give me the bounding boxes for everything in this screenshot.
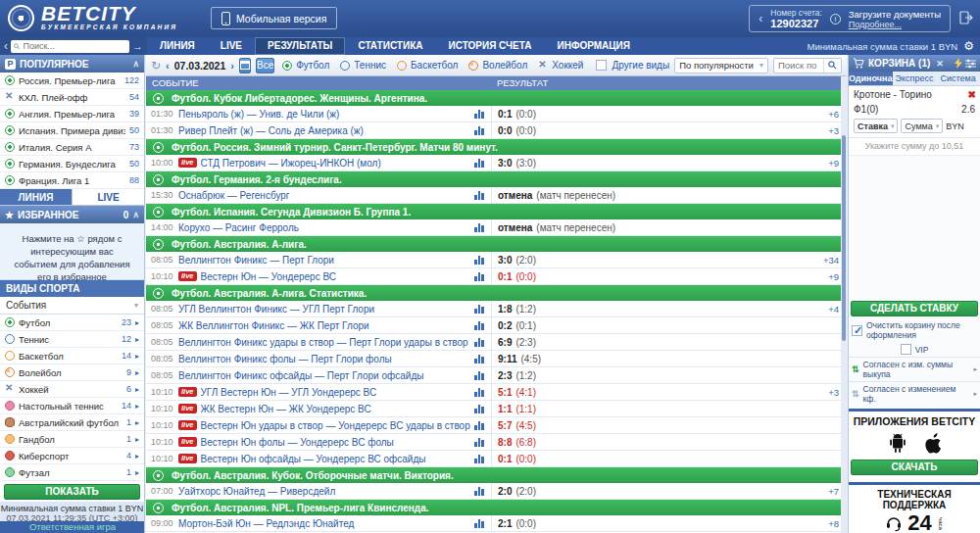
event-link[interactable]: УГЛ Вестерн Юн — УГЛ Уондерерс ВС <box>201 387 470 398</box>
tab-live[interactable]: LIVE <box>72 189 144 205</box>
nav-tab[interactable]: ИСТОРИЯ СЧЕТА <box>435 37 544 55</box>
nav-tab[interactable]: ЛИНИЯ <box>147 37 208 55</box>
android-icon[interactable] <box>888 432 907 454</box>
event-row[interactable]: 08:05 Веллингтон Финикс — Перт Глори 3:0… <box>146 252 847 268</box>
event-link[interactable]: Веллингтон Финикс удары в створ — Перт Г… <box>178 337 470 348</box>
sport-filter-button[interactable]: Волейбол <box>466 60 530 71</box>
mobile-version-button[interactable]: Мобильная версия <box>211 7 337 29</box>
chevron-left-icon[interactable]: ‹ <box>4 39 8 53</box>
stake-type-select[interactable]: Ставка▾ <box>854 119 898 133</box>
sidebar-sport-item[interactable]: Футзал 1 ▸ <box>0 464 144 481</box>
stats-icon[interactable] <box>474 404 487 413</box>
settings-gear-icon[interactable]: ⚙ <box>963 39 974 53</box>
event-row[interactable]: 07:00 Уайтхорс Юнайтед — Риверсдейл 2:0 … <box>146 483 847 500</box>
stats-icon[interactable] <box>474 387 487 397</box>
stats-icon[interactable] <box>474 158 487 168</box>
info-icon[interactable]: i <box>830 14 841 24</box>
nav-tab[interactable]: СТАТИСТИКА <box>345 37 435 55</box>
event-link[interactable]: УГЛ Веллингтон Финикс — УГЛ Перт Глори <box>178 304 470 315</box>
stats-icon[interactable] <box>474 337 487 347</box>
stats-icon[interactable] <box>474 437 487 447</box>
league-section-header[interactable]: Футбол. Австралия. Кубок. Отборочные мат… <box>146 467 847 483</box>
sum-select[interactable]: Сумма▾ <box>901 119 943 133</box>
collapse-account-icon[interactable]: ‹ <box>759 12 762 25</box>
sport-filter-button[interactable]: Теннис <box>337 60 389 71</box>
popular-league-item[interactable]: Франция. Лига 1 88 <box>0 172 144 189</box>
search-input[interactable] <box>23 41 126 51</box>
event-row[interactable]: 10:10 live Вестерн Юн фолы — Уондерерс В… <box>146 434 847 451</box>
place-bet-button[interactable]: СДЕЛАТЬ СТАВКУ <box>851 301 978 316</box>
event-link[interactable]: Вестерн Юн офсайды — Уондерерс ВС офсайд… <box>201 454 470 464</box>
event-link[interactable]: ЖК Вестерн Юн — ЖК Уондерерс ВС <box>201 404 470 414</box>
popular-league-item[interactable]: Россия. Премьер-лига 122 <box>0 73 144 89</box>
event-row[interactable]: 08:05 УГЛ Веллингтон Финикс — УГЛ Перт Г… <box>146 301 847 317</box>
basket-tab[interactable]: Одиночная <box>849 72 893 85</box>
more-markets-count[interactable]: +6 <box>828 109 839 120</box>
search-box[interactable] <box>11 40 129 53</box>
lightning-icon[interactable] <box>955 58 962 69</box>
event-row[interactable]: 01:30 Пеньяроль (ж) — Унив. де Чили (ж) … <box>146 106 847 122</box>
favorites-header[interactable]: ★ ИЗБРАННОЕ 0 ∧ <box>0 206 144 223</box>
event-row[interactable]: 08:05 Веллингтон Финикс офсайды — Перт Г… <box>146 367 847 384</box>
stats-icon[interactable] <box>474 420 487 430</box>
event-link[interactable]: СТД Петрович — Ижорец-ИНКОН (мол) <box>201 158 470 169</box>
stats-icon[interactable] <box>474 125 487 135</box>
search-go-icon[interactable]: → <box>132 40 143 52</box>
nav-tab[interactable]: ИНФОРМАЦИЯ <box>544 37 643 55</box>
popular-league-item[interactable]: Испания. Примера дивизион 50 <box>0 122 144 139</box>
popular-league-item[interactable]: Англия. Премьер-лига 39 <box>0 106 144 122</box>
event-link[interactable]: Веллингтон Финикс фолы — Перт Глори фолы <box>178 354 470 364</box>
stats-icon[interactable] <box>474 190 487 200</box>
stats-icon[interactable] <box>474 255 487 265</box>
search-submit-button[interactable] <box>823 59 841 73</box>
event-row[interactable]: 08:05 Веллингтон Финикс удары в створ — … <box>146 334 847 351</box>
event-row[interactable]: 08:05 ЖК Веллингтон Финикс — ЖК Перт Гло… <box>146 317 847 334</box>
filter-sliders-icon[interactable] <box>965 59 976 69</box>
next-day-icon[interactable]: › <box>230 60 234 72</box>
event-row[interactable]: 10:10 live Вестерн Юн — Уондерерс ВС 0:1… <box>146 268 847 285</box>
event-link[interactable]: Мортон-Бэй Юн — Редлэндс Юнайтед <box>178 518 470 529</box>
event-link[interactable]: Корухо — Расинг Ферроль <box>178 222 470 233</box>
remove-bet-icon[interactable]: ✖ <box>968 89 976 100</box>
close-icon[interactable]: ✕ <box>936 59 944 69</box>
sport-filter-button[interactable]: Баскетбол <box>394 60 461 71</box>
collapse-chevron-icon[interactable]: ∧ <box>132 210 139 219</box>
basket-tab[interactable]: Экспресс <box>893 72 937 85</box>
league-section-header[interactable]: Футбол. Австралия. NPL. Премьер-лига Кви… <box>146 500 847 515</box>
more-markets-count[interactable]: +9 <box>828 158 839 169</box>
event-link[interactable]: Веллингтон Финикс офсайды — Перт Глори о… <box>178 370 470 381</box>
stats-icon[interactable] <box>474 454 487 463</box>
league-section-header[interactable]: Футбол. Кубок Либертадорес. Женщины. Арг… <box>146 90 847 106</box>
event-link[interactable]: ЖК Веллингтон Финикс — ЖК Перт Глори <box>178 320 470 331</box>
more-markets-count[interactable]: +4 <box>828 304 839 315</box>
event-link[interactable]: Пеньяроль (ж) — Унив. де Чили (ж) <box>178 109 470 120</box>
event-row[interactable]: 08:05 Веллингтон Финикс фолы — Перт Глор… <box>146 351 847 367</box>
event-search-input[interactable] <box>774 60 823 71</box>
event-row[interactable]: 09:00 Мортон-Бэй Юн — Редлэндс Юнайтед 2… <box>146 515 847 532</box>
sidebar-sport-item[interactable]: Футбол 23 ▸ <box>0 315 144 331</box>
event-link[interactable]: Вестерн Юн удары в створ — Уондерерс ВС … <box>201 420 470 431</box>
collapse-chevron-icon[interactable]: ∧ <box>132 59 139 69</box>
event-row[interactable]: 10:00 live СТД Петрович — Ижорец-ИНКОН (… <box>146 155 847 171</box>
event-link[interactable]: Веллингтон Финикс — Перт Глори <box>178 255 470 266</box>
documents-details-link[interactable]: Подробнее... <box>849 20 941 29</box>
event-row[interactable]: 01:30 Ривер Плейт (ж) — Соль де Америка … <box>146 122 847 139</box>
basket-tab[interactable]: Система <box>936 72 980 85</box>
event-row[interactable]: 15:30 Оснабрюк — Регенсбург отмена (матч… <box>146 187 847 204</box>
sort-select[interactable]: По популярности ▾ <box>674 58 768 73</box>
more-markets-count[interactable]: +9 <box>828 271 839 282</box>
clear-basket-checkbox[interactable] <box>852 325 862 336</box>
apple-icon[interactable] <box>923 432 942 454</box>
logo[interactable]: BETCITY БУКМЕКЕРСКАЯ КОМПАНИЯ <box>41 3 177 30</box>
sidebar-sport-item[interactable]: Гандбол 1 ▸ <box>0 431 144 448</box>
sidebar-sport-item[interactable]: Австралийский футбол 1 ▸ <box>0 414 144 431</box>
stats-icon[interactable] <box>474 320 487 330</box>
event-link[interactable]: Вестерн Юн — Уондерерс ВС <box>201 271 470 282</box>
sport-filter-button[interactable]: Футбол <box>279 60 332 71</box>
nav-tab[interactable]: РЕЗУЛЬТАТЫ <box>255 37 345 55</box>
stats-icon[interactable] <box>474 222 487 232</box>
sidebar-sport-item[interactable]: Волейбол 9 ▸ <box>0 364 144 381</box>
more-markets-count[interactable]: +34 <box>823 255 839 266</box>
more-markets-count[interactable]: +7 <box>828 486 839 497</box>
stats-icon[interactable] <box>474 486 487 496</box>
